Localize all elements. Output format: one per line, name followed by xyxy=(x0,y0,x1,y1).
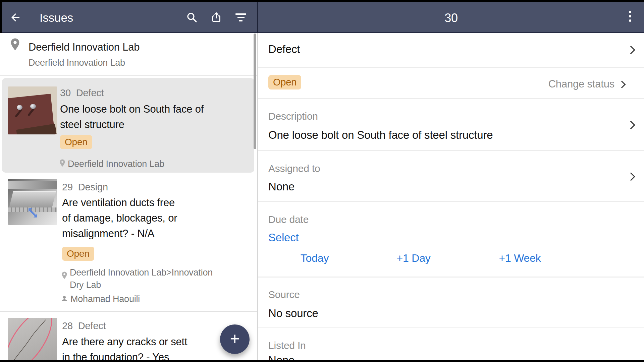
due-today-button[interactable]: Today xyxy=(301,252,329,264)
description-label: Description xyxy=(268,111,318,122)
screen-top-edge xyxy=(0,0,644,2)
chevron-right-icon xyxy=(618,81,626,88)
description-row[interactable] xyxy=(258,99,644,150)
issue-title: Are there any cracks or sett in the foun… xyxy=(62,334,187,362)
issues-toolbar: Issues xyxy=(0,2,257,33)
section-divider xyxy=(258,201,644,202)
list-divider xyxy=(0,75,257,76)
search-button[interactable] xyxy=(185,10,199,25)
due-date-select[interactable]: Select xyxy=(268,231,299,244)
row-divider xyxy=(258,67,644,68)
issue-29-thumbnail xyxy=(8,179,57,225)
map-pin-icon xyxy=(59,159,66,168)
list-scrollbar[interactable] xyxy=(254,34,256,149)
issues-page-title: Issues xyxy=(40,11,73,24)
description-value: One loose bolt on South face of steel st… xyxy=(268,129,493,141)
issue-title: Are ventilation ducts free of damage, bl… xyxy=(62,195,177,241)
issue-number-type: 29Design xyxy=(62,182,108,193)
change-status-button[interactable]: Change status xyxy=(470,78,625,90)
status-badge: Open xyxy=(62,247,94,261)
issue-title: One loose bolt on South face of steel st… xyxy=(60,102,204,132)
issue-type-row[interactable] xyxy=(258,33,644,67)
toolbar-actions xyxy=(185,10,248,25)
back-arrow-icon xyxy=(9,11,21,23)
source-value: No source xyxy=(268,307,318,320)
due-plus1day-button[interactable]: +1 Day xyxy=(396,252,430,264)
vertical-ellipsis-icon xyxy=(629,11,631,13)
section-divider xyxy=(258,277,644,278)
issue-number-type: 28Defect xyxy=(62,320,106,331)
filter-button[interactable] xyxy=(234,10,248,25)
arrow-annotation-icon xyxy=(25,205,40,220)
share-button[interactable] xyxy=(210,10,223,25)
back-button[interactable] xyxy=(8,10,23,25)
map-pin-icon xyxy=(61,271,68,281)
crack-line xyxy=(8,318,57,362)
person-icon xyxy=(60,295,68,303)
issue-assignee: Mohamad Haouili xyxy=(60,293,140,305)
panel-divider xyxy=(257,33,258,360)
listed-in-label: Listed In xyxy=(268,340,306,351)
issue-30-thumbnail xyxy=(8,86,57,134)
due-date-label: Due date xyxy=(268,214,309,225)
due-plus1week-button[interactable]: +1 Week xyxy=(499,252,541,264)
issue-type-value: Defect xyxy=(268,43,300,56)
share-icon xyxy=(210,11,222,23)
filter-icon xyxy=(235,13,247,21)
location-subtitle: Deerfield Innovation Lab xyxy=(29,58,125,68)
toolbar-divider xyxy=(257,2,258,33)
issue-location: Deerfield Innovation Lab>Innovation Dry … xyxy=(61,266,235,291)
app-screen: Issues 30 xyxy=(0,0,644,362)
status-badge: Open xyxy=(60,135,92,149)
detail-toolbar: 30 xyxy=(258,2,644,33)
issue-28-thumbnail xyxy=(8,318,57,362)
assigned-to-row[interactable] xyxy=(258,151,644,201)
assigned-to-label: Assigned to xyxy=(268,163,320,174)
section-divider xyxy=(258,327,644,328)
issue-list-item-28[interactable]: 28Defect Are there any cracks or sett in… xyxy=(0,312,257,360)
detail-status-badge: Open xyxy=(268,75,301,89)
add-issue-fab[interactable]: + xyxy=(220,324,250,354)
search-icon xyxy=(186,11,198,23)
issue-number-type: 30Defect xyxy=(60,87,104,99)
plus-icon: + xyxy=(230,330,239,347)
overflow-menu-button[interactable] xyxy=(623,8,637,24)
detail-title: 30 xyxy=(258,11,644,25)
screen-left-edge xyxy=(0,0,2,33)
issue-list-item-29[interactable]: 29Design Are ventilation ducts free of d… xyxy=(0,174,257,311)
location-title: Deerfield Innovation Lab xyxy=(29,41,140,53)
source-label: Source xyxy=(268,289,300,300)
screen-bottom-edge xyxy=(0,360,644,362)
location-pin-icon xyxy=(9,38,21,53)
assigned-to-value: None xyxy=(268,180,294,193)
issue-list-item-30[interactable]: 30Defect One loose bolt on South face of… xyxy=(2,78,254,173)
issue-location: Deerfield Innovation Lab xyxy=(59,158,164,170)
